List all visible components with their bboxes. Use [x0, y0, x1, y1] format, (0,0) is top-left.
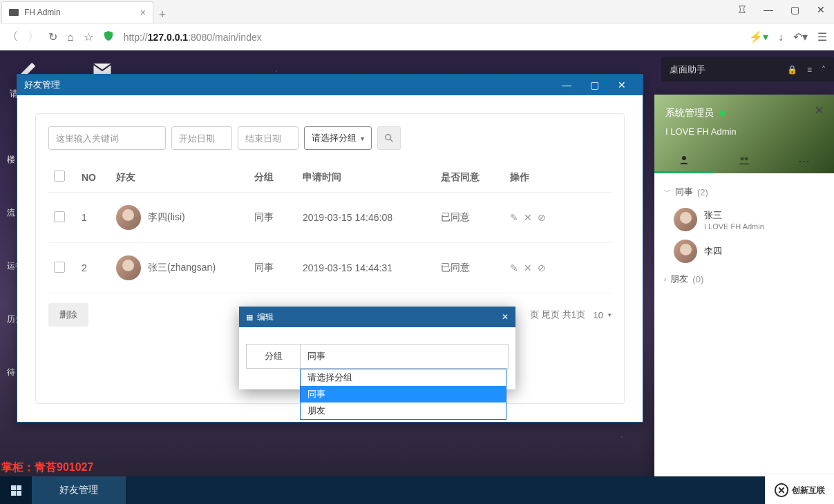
url-text[interactable]: http://127.0.0.1:8080/main/index — [124, 32, 739, 43]
edit-icon[interactable]: ✎ — [510, 262, 518, 273]
search-icon — [384, 133, 394, 143]
window-close-icon[interactable]: ✕ — [608, 79, 636, 90]
group-dropdown-list: 请选择分组 同事 朋友 — [300, 369, 506, 420]
chat-tab-contacts[interactable] — [654, 148, 714, 173]
shield-icon — [103, 30, 114, 44]
browser-tab[interactable]: FH Admin × — [1, 1, 153, 23]
group-dropdown[interactable]: 同事 — [301, 345, 508, 368]
delete-icon[interactable]: ✕ — [524, 212, 532, 223]
window-title: 好友管理 — [24, 79, 60, 91]
dialog-titlebar[interactable]: 编辑 ✕ — [239, 307, 515, 327]
cell-group: 同事 — [249, 193, 297, 243]
window-maximize-icon[interactable]: ▢ — [580, 79, 608, 90]
dropdown-option[interactable]: 同事 — [301, 386, 506, 403]
row-checkbox[interactable] — [54, 262, 65, 273]
new-tab-button[interactable]: + — [153, 6, 171, 23]
delete-icon[interactable]: ✕ — [524, 262, 532, 273]
tab-favicon — [9, 9, 19, 16]
brand-icon — [774, 483, 789, 498]
svg-point-0 — [386, 135, 391, 140]
edit-dialog: 编辑 ✕ 分组 同事 请选择分组 同事 朋友 — [239, 307, 515, 389]
forbid-icon[interactable]: ⊘ — [538, 212, 546, 223]
window-pin-icon[interactable] — [729, 0, 755, 19]
pager[interactable]: 页 尾页 共1页 10 — [530, 309, 612, 321]
friend-table: NO 好友 分组 申请时间 是否同意 操作 1 李四(lisi) 同事 2019… — [48, 162, 612, 293]
chevron-up-icon[interactable]: ˄ — [822, 65, 826, 75]
window-minimize-icon[interactable]: — — [755, 0, 781, 19]
chat-tab-groups[interactable] — [714, 148, 775, 173]
contact-name: 张三 — [704, 209, 764, 222]
menu-icon[interactable]: ☰ — [817, 30, 827, 43]
check-all[interactable] — [54, 171, 65, 182]
edit-icon[interactable]: ✎ — [510, 212, 518, 223]
bolt-icon[interactable]: ⚡▾ — [749, 30, 768, 43]
table-row: 1 李四(lisi) 同事 2019-03-15 14:46:08 已同意 ✎✕… — [48, 193, 612, 243]
start-button[interactable] — [0, 476, 32, 504]
contact-signature: I LOVE FH Admin — [704, 222, 764, 231]
taskbar-item[interactable]: 好友管理 — [32, 476, 126, 504]
col-no: NO — [76, 162, 111, 193]
window-minimize-icon[interactable]: — — [553, 79, 580, 90]
contact-item[interactable]: 李四 — [664, 235, 824, 267]
cell-friend: 张三(zhangsan) — [148, 262, 216, 274]
cell-no: 1 — [76, 193, 111, 243]
avatar — [674, 208, 697, 231]
nav-forward-icon[interactable]: 〉 — [28, 30, 39, 44]
pager-size: 10 — [594, 310, 603, 320]
person-icon — [678, 154, 690, 166]
undo-icon[interactable]: ↶▾ — [793, 30, 808, 43]
ellipsis-icon: ⋯ — [798, 154, 810, 168]
forbid-icon[interactable]: ⊘ — [538, 262, 546, 273]
group-select[interactable]: 请选择分组 — [304, 126, 372, 150]
search-button[interactable] — [377, 126, 401, 150]
window-controls: — ▢ ✕ — [729, 0, 834, 19]
dropdown-option[interactable]: 请选择分组 — [301, 369, 506, 386]
chat-signature: I LOVE FH Admin — [665, 126, 823, 137]
pager-text: 页 尾页 共1页 — [530, 309, 585, 321]
chat-panel: ✕ 系统管理员 I LOVE FH Admin ⋯ ﹀同事(2) 张三I LOV… — [654, 95, 834, 504]
dialog-close-icon[interactable]: ✕ — [502, 312, 509, 322]
nav-reload-icon[interactable]: ↻ — [48, 30, 57, 43]
avatar — [116, 255, 141, 280]
col-friend: 好友 — [111, 162, 249, 193]
tab-close-icon[interactable]: × — [140, 7, 146, 18]
address-bar: 〈 〉 ↻ ⌂ ☆ http://127.0.0.1:8080/main/ind… — [0, 23, 834, 50]
chat-close-icon[interactable]: ✕ — [814, 103, 824, 118]
end-date-input[interactable] — [238, 126, 298, 150]
desktop-helper-title: 桌面助手 — [670, 64, 705, 76]
browser-chrome: FH Admin × + — ▢ ✕ 〈 〉 ↻ ⌂ ☆ http://127.… — [0, 0, 834, 50]
contact-group-header[interactable]: ﹀同事(2) — [664, 180, 824, 204]
chat-header: ✕ 系统管理员 I LOVE FH Admin ⋯ — [654, 95, 834, 173]
desktop-helper-bar[interactable]: 桌面助手 🔒 ≡ ˄ — [661, 57, 834, 81]
col-group: 分组 — [249, 162, 297, 193]
nav-home-icon[interactable]: ⌂ — [67, 31, 74, 43]
contact-group-header[interactable]: ›朋友(0) — [664, 267, 824, 291]
lock-icon[interactable]: 🔒 — [787, 65, 797, 75]
svg-point-3 — [741, 157, 744, 161]
delete-button[interactable]: 删除 — [48, 303, 88, 327]
svg-line-1 — [390, 139, 393, 142]
start-date-input[interactable] — [171, 126, 232, 150]
field-label-group: 分组 — [247, 345, 301, 368]
list-icon[interactable]: ≡ — [807, 65, 812, 75]
dropdown-option[interactable]: 朋友 — [301, 403, 506, 419]
table-row: 2 张三(zhangsan) 同事 2019-03-15 14:44:31 已同… — [48, 243, 612, 293]
taskbar: 好友管理 — [0, 476, 834, 504]
chat-tab-messages[interactable]: ⋯ — [774, 148, 834, 173]
nav-back-icon[interactable]: 〈 — [7, 30, 18, 44]
contact-item[interactable]: 张三I LOVE FH Admin — [664, 204, 824, 235]
row-checkbox[interactable] — [54, 211, 65, 222]
col-ops: 操作 — [504, 162, 612, 193]
cell-time: 2019-03-15 14:44:31 — [297, 243, 435, 293]
window-close-icon[interactable]: ✕ — [808, 0, 834, 19]
cell-no: 2 — [76, 243, 111, 293]
window-maximize-icon[interactable]: ▢ — [781, 0, 808, 19]
nav-favorite-icon[interactable]: ☆ — [84, 30, 93, 43]
cell-agree: 已同意 — [435, 193, 504, 243]
owner-watermark: 掌柜：青苔901027 — [1, 461, 93, 475]
dialog-title: 编辑 — [257, 311, 274, 323]
chat-username: 系统管理员 — [665, 107, 714, 119]
window-titlebar[interactable]: 好友管理 — ▢ ✕ — [17, 75, 643, 95]
download-icon[interactable]: ↓ — [778, 31, 784, 43]
keyword-input[interactable] — [48, 126, 166, 150]
